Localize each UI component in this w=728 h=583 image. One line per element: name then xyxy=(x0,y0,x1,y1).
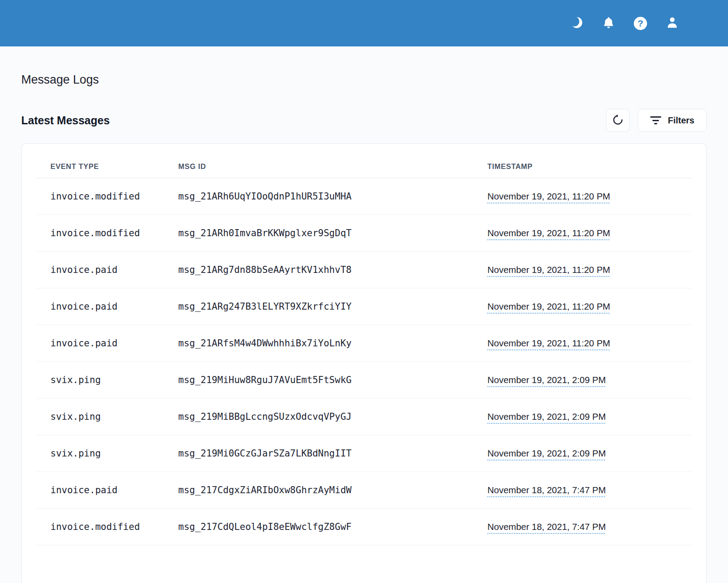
messages-card: EVENT TYPE MSG ID TIMESTAMP invoice.modi… xyxy=(21,143,707,583)
msg-id-cell: msg_219MiHuw8RguJ7AVuEmt5FtSwkG xyxy=(178,362,487,399)
main-content: Message Logs Latest Messages Filters xyxy=(0,73,728,583)
msg-id-cell: msg_219MiBBgLccngSUzxOdcvqVPyGJ xyxy=(178,399,487,435)
msg-id-cell: msg_21ARh6UqYIOoQdnP1hUR5I3uMHA xyxy=(178,178,487,215)
refresh-icon xyxy=(612,114,624,127)
column-header-event-type: EVENT TYPE xyxy=(36,144,178,178)
timestamp-link[interactable]: November 19, 2021, 11:20 PM xyxy=(487,191,610,201)
timestamp-link[interactable]: November 19, 2021, 11:20 PM xyxy=(487,301,610,311)
user-icon xyxy=(666,16,679,31)
event-type-cell: svix.ping xyxy=(36,362,178,399)
table-row[interactable]: invoice.modified msg_217CdQLeol4pI8eEWwc… xyxy=(36,509,692,545)
messages-table: EVENT TYPE MSG ID TIMESTAMP invoice.modi… xyxy=(36,144,692,545)
event-type-cell: invoice.paid xyxy=(36,325,178,362)
notifications-button[interactable] xyxy=(602,16,616,31)
msg-id-cell: msg_21ARg247B3lELYRT9XZkrfciYIY xyxy=(178,288,487,325)
table-row[interactable]: invoice.paid msg_21ARg247B3lELYRT9XZkrfc… xyxy=(36,288,692,325)
table-row[interactable]: invoice.modified msg_21ARh0ImvaBrKKWpglx… xyxy=(36,215,692,252)
event-type-cell: invoice.paid xyxy=(36,472,178,509)
timestamp-cell: November 19, 2021, 11:20 PM xyxy=(487,252,692,288)
timestamp-cell: November 19, 2021, 2:09 PM xyxy=(487,399,692,435)
help-icon: ? xyxy=(634,17,647,30)
table-row[interactable]: svix.ping msg_219MiHuw8RguJ7AVuEmt5FtSwk… xyxy=(36,362,692,399)
event-type-cell: invoice.modified xyxy=(36,215,178,252)
event-type-cell: invoice.modified xyxy=(36,509,178,545)
msg-id-cell: msg_217CdQLeol4pI8eEWwclfgZ8GwF xyxy=(178,509,487,545)
timestamp-link[interactable]: November 19, 2021, 11:20 PM xyxy=(487,338,610,348)
timestamp-link[interactable]: November 18, 2021, 7:47 PM xyxy=(487,485,606,495)
bell-icon xyxy=(602,16,615,31)
topbar: ? xyxy=(0,0,728,46)
msg-id-cell: msg_217CdgxZiARIbOxw8GhrzAyMidW xyxy=(178,472,487,509)
timestamp-link[interactable]: November 19, 2021, 2:09 PM xyxy=(487,411,606,422)
timestamp-link[interactable]: November 19, 2021, 11:20 PM xyxy=(487,228,610,238)
event-type-cell: invoice.paid xyxy=(36,288,178,325)
msg-id-cell: msg_21ARg7dn88bSeAAyrtKV1xhhvT8 xyxy=(178,252,487,288)
table-header-row: EVENT TYPE MSG ID TIMESTAMP xyxy=(36,144,692,178)
moon-icon xyxy=(570,16,583,31)
column-header-msg-id: MSG ID xyxy=(178,144,487,178)
timestamp-cell: November 19, 2021, 11:20 PM xyxy=(487,288,692,325)
section-header: Latest Messages Filters xyxy=(21,109,707,132)
table-row[interactable]: invoice.paid msg_21ARfsM4w4DWwhhhiBx7iYo… xyxy=(36,325,692,362)
table-row[interactable]: svix.ping msg_219Mi0GCzGJarSZa7LKBdNngII… xyxy=(36,435,692,472)
timestamp-cell: November 19, 2021, 2:09 PM xyxy=(487,362,692,399)
account-button[interactable] xyxy=(665,16,679,31)
msg-id-cell: msg_21ARh0ImvaBrKKWpglxer9SgDqT xyxy=(178,215,487,252)
timestamp-cell: November 19, 2021, 11:20 PM xyxy=(487,178,692,215)
filter-icon xyxy=(650,116,661,124)
timestamp-link[interactable]: November 19, 2021, 11:20 PM xyxy=(487,265,610,275)
event-type-cell: invoice.paid xyxy=(36,252,178,288)
refresh-button[interactable] xyxy=(606,109,630,132)
table-row[interactable]: invoice.modified msg_21ARh6UqYIOoQdnP1hU… xyxy=(36,178,692,215)
timestamp-cell: November 19, 2021, 2:09 PM xyxy=(487,435,692,472)
section-title: Latest Messages xyxy=(21,114,110,127)
table-row[interactable]: svix.ping msg_219MiBBgLccngSUzxOdcvqVPyG… xyxy=(36,399,692,435)
timestamp-link[interactable]: November 19, 2021, 2:09 PM xyxy=(487,448,606,458)
timestamp-cell: November 18, 2021, 7:47 PM xyxy=(487,472,692,509)
dark-mode-toggle[interactable] xyxy=(570,16,584,31)
page-title: Message Logs xyxy=(21,73,707,87)
column-header-timestamp: TIMESTAMP xyxy=(487,144,692,178)
event-type-cell: svix.ping xyxy=(36,399,178,435)
timestamp-cell: November 18, 2021, 7:47 PM xyxy=(487,509,692,545)
timestamp-link[interactable]: November 19, 2021, 2:09 PM xyxy=(487,375,606,385)
toolbar: Filters xyxy=(606,109,707,132)
timestamp-cell: November 19, 2021, 11:20 PM xyxy=(487,215,692,252)
table-row[interactable]: invoice.paid msg_217CdgxZiARIbOxw8GhrzAy… xyxy=(36,472,692,509)
timestamp-cell: November 19, 2021, 11:20 PM xyxy=(487,325,692,362)
filters-button[interactable]: Filters xyxy=(638,109,707,132)
filters-button-label: Filters xyxy=(668,115,694,126)
msg-id-cell: msg_219Mi0GCzGJarSZa7LKBdNngIIT xyxy=(178,435,487,472)
timestamp-link[interactable]: November 18, 2021, 7:47 PM xyxy=(487,522,606,532)
msg-id-cell: msg_21ARfsM4w4DWwhhhiBx7iYoLnKy xyxy=(178,325,487,362)
event-type-cell: invoice.modified xyxy=(36,178,178,215)
event-type-cell: svix.ping xyxy=(36,435,178,472)
help-button[interactable]: ? xyxy=(633,16,648,31)
table-row[interactable]: invoice.paid msg_21ARg7dn88bSeAAyrtKV1xh… xyxy=(36,252,692,288)
